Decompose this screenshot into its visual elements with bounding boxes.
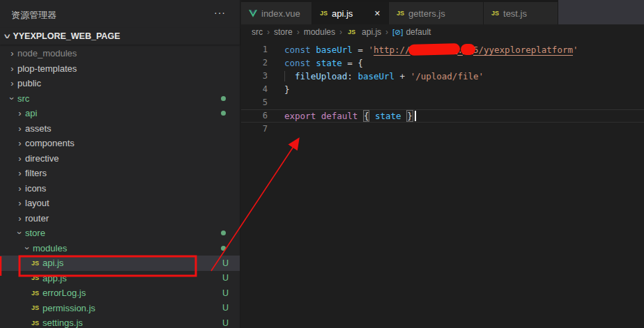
item-label: api [25, 108, 37, 118]
code-token: export default [284, 111, 358, 121]
line-content: export default { state } [284, 110, 416, 122]
line-number: 5 [241, 96, 268, 109]
chevron-right-icon: › [15, 169, 25, 178]
tab-index-vue[interactable]: index.vue [241, 2, 312, 24]
item-label: directive [25, 153, 59, 164]
tab-label: test.js [503, 8, 527, 19]
code-token [401, 111, 407, 121]
chevron-separator-icon: › [339, 27, 342, 37]
code-line-1[interactable]: 1const baseUrl = 'http://·········.··5/y… [241, 43, 644, 56]
sidebar-item-plop-templates[interactable]: ›plop-templates [0, 61, 240, 77]
code-token: fileUpload [295, 71, 347, 81]
js-file-icon: JS [397, 10, 404, 17]
js-file-icon: JS [30, 290, 43, 297]
git-untracked-badge: U [222, 318, 229, 328]
line-content: const state = { [284, 56, 363, 70]
code-editor[interactable]: 1const baseUrl = 'http://·········.··5/y… [241, 40, 644, 328]
item-label: icons [25, 183, 46, 194]
symbol-variable-icon: [⊘] [392, 28, 403, 37]
sidebar-item-public[interactable]: ›public [0, 76, 240, 91]
tab-test-js[interactable]: JStest.js [484, 2, 558, 24]
sidebar-item-icons[interactable]: ›icons [0, 181, 240, 196]
sidebar-item-api[interactable]: ›api [0, 106, 240, 121]
sidebar-item-modules[interactable]: ›modules [0, 241, 240, 256]
git-modified-dot [221, 96, 226, 101]
tab-bar-empty-space [558, 0, 644, 24]
item-label: layout [25, 198, 49, 208]
chevron-down-icon: ˅ [4, 32, 10, 40]
sidebar-item-directive[interactable]: ›directive [0, 151, 240, 166]
close-icon[interactable]: ✕ [374, 9, 381, 18]
tab-getters-js[interactable]: JSgetters.js [389, 2, 484, 24]
git-untracked-badge: U [222, 303, 229, 313]
breadcrumb: src›store›modules›JSapi.js›[⊘]default [241, 24, 644, 40]
sidebar-item-api-js[interactable]: JSapi.jsU [0, 256, 240, 271]
code-token: 5/yyexploreplatform [473, 45, 573, 55]
code-token [284, 71, 295, 81]
code-token [369, 111, 375, 121]
line-number: 1 [241, 43, 268, 56]
breadcrumb-item-modules[interactable]: modules [304, 27, 335, 37]
breadcrumb-item-api-js[interactable]: JSapi.js [346, 27, 381, 37]
js-file-icon: JS [30, 274, 43, 281]
chevron-separator-icon: › [297, 27, 300, 37]
git-untracked-badge: U [222, 273, 229, 283]
code-line-2[interactable]: 2const state = { [241, 56, 644, 70]
git-untracked-badge: U [222, 258, 229, 268]
code-token: } [284, 84, 290, 95]
breadcrumb-item-store[interactable]: store [274, 27, 293, 37]
explorer-title: 资源管理器 [11, 10, 56, 20]
code-token: '/upload/file' [411, 71, 484, 81]
sidebar-item-components[interactable]: ›components [0, 136, 240, 151]
bracket-match: } [406, 110, 413, 122]
workspace-section-header[interactable]: ˅ YYEXPLORE_WEB_PAGE [0, 28, 240, 45]
sidebar-item-assets[interactable]: ›assets [0, 121, 240, 136]
chevron-right-icon: › [15, 184, 25, 193]
sidebar-item-filters[interactable]: ›filters [0, 166, 240, 181]
code-line-3[interactable]: 3 fileUpload: baseUrl + '/upload/file' [241, 70, 644, 83]
sidebar-item-app-js[interactable]: JSapp.jsU [0, 271, 240, 286]
chevron-right-icon: › [7, 79, 17, 88]
redaction-scribble: ········· [411, 45, 458, 55]
item-label: plop-templates [17, 63, 77, 74]
redaction-scribble: ·· [463, 45, 473, 55]
editor-group: index.vueJSapi.js✕JSgetters.jsJStest.js … [241, 0, 644, 328]
code-token: : [347, 71, 358, 81]
tab-bar: index.vueJSapi.js✕JSgetters.jsJStest.js [241, 0, 644, 24]
sidebar-item-router[interactable]: ›router [0, 211, 240, 226]
chevron-down-icon: › [15, 228, 24, 238]
item-label: public [17, 78, 41, 88]
js-file-icon: JS [30, 260, 43, 267]
chevron-down-icon: › [23, 243, 32, 253]
code-line-6[interactable]: 6export default { state } [241, 109, 644, 123]
sidebar-item-errorlog-js[interactable]: JSerrorLog.jsU [0, 286, 240, 301]
sidebar-item-node_modules[interactable]: ›node_modules [0, 46, 240, 61]
js-file-icon: JS [320, 10, 328, 17]
item-label: node_modules [17, 48, 77, 58]
code-token: + [394, 71, 411, 81]
breadcrumb-item-src[interactable]: src [252, 27, 263, 37]
tab-api-js[interactable]: JSapi.js✕ [312, 2, 389, 24]
sidebar-item-src[interactable]: ›src [0, 91, 240, 107]
code-token: state [375, 111, 401, 121]
text-cursor [415, 111, 416, 121]
line-number: 2 [241, 56, 268, 70]
more-actions-icon[interactable]: ··· [214, 7, 226, 18]
chevron-right-icon: › [15, 154, 25, 163]
code-line-4[interactable]: 4} [241, 83, 644, 96]
js-file-icon: JS [346, 29, 359, 36]
sidebar-item-permission-js[interactable]: JSpermission.jsU [0, 301, 240, 316]
code-token: ' [368, 45, 374, 55]
sidebar-item-store[interactable]: ›store [0, 226, 240, 241]
item-label: api.js [43, 258, 63, 268]
line-content: } [284, 83, 290, 96]
item-label: assets [25, 123, 52, 134]
sidebar-item-settings-js[interactable]: JSsettings.jsU [0, 315, 240, 328]
code-token: = { [342, 58, 363, 68]
code-line-5[interactable]: 5 [241, 96, 644, 109]
breadcrumb-item-default[interactable]: [⊘]default [392, 27, 431, 37]
code-token: baseUrl [316, 45, 353, 55]
code-line-7[interactable]: 7 [241, 123, 644, 136]
chevron-separator-icon: › [385, 27, 388, 37]
sidebar-item-layout[interactable]: ›layout [0, 196, 240, 211]
